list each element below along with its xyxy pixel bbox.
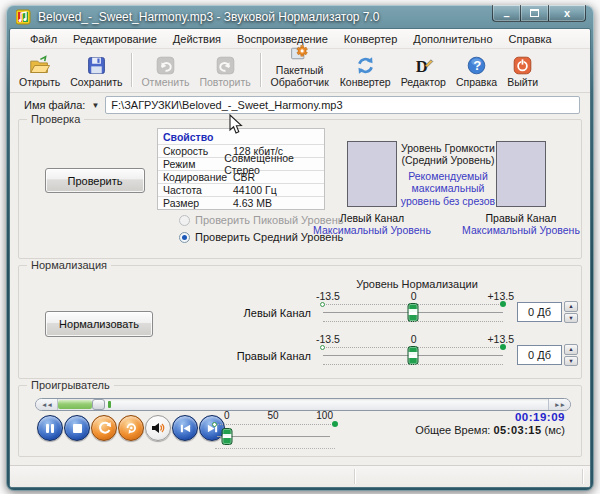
meter-title: Уровень Громкости (Средний Уровень) [397,142,499,167]
menu-file[interactable]: Файл [30,33,57,45]
spin-up-icon[interactable]: ▲ [564,301,578,312]
spin-up-icon[interactable]: ▲ [564,344,578,355]
total-time-label: Общее Время: [415,424,490,436]
right-slider-ticks-bottom [323,364,503,365]
status-bar [10,465,590,487]
converter-button[interactable]: Конвертер [335,54,396,89]
left-max-level-label: Максимальный Уровень [305,224,439,236]
table-row: Частота44100 Гц [158,183,324,196]
seek-thumb[interactable] [92,399,105,410]
left-db-input[interactable]: 0 Дб [517,302,562,322]
meter-hint: Рекомендуемый максимальный уровень без с… [397,170,499,207]
editor-button[interactable]: D Редактор [396,54,451,89]
spin-down-icon[interactable]: ▼ [564,356,578,367]
normalize-button[interactable]: Нормализовать [45,311,153,337]
normalization-section: Нормализация Нормализовать Уровень Норма… [18,265,582,379]
toolbar: Открыть Сохранить Отменить Повторить Пак… [10,49,590,93]
radio-checked-icon[interactable] [179,232,190,243]
time-display: 00:19:09 Общее Время: 05:03:15 (мс) [415,411,565,436]
previous-button[interactable] [172,415,198,441]
menu-converter[interactable]: Конвертер [344,33,397,45]
toolbar-separator [131,53,132,87]
save-floppy-icon [86,55,107,76]
left-channel-slider[interactable] [323,312,503,313]
spin-down-icon[interactable]: ▼ [564,313,578,324]
toolbar-separator [260,53,261,87]
app-window: Beloved_-_Sweet_Harmony.mp3 - Звуковой Н… [6,5,594,491]
player-buttons [37,415,225,441]
left-slider-scale: -13.50+13.5 [316,290,514,302]
range-end-icon [500,344,506,350]
app-icon [16,9,32,25]
range-end-icon [332,421,338,427]
volume-thumb[interactable] [222,428,233,445]
normalization-level-title: Уровень Нормализации [319,278,515,290]
seek-back-icon[interactable]: ◄◄ [36,399,58,410]
help-button[interactable]: ? Справка [451,54,502,89]
range-end-icon [500,301,506,307]
right-max-level-label: Максимальный Уровень [454,224,588,236]
close-button[interactable]: x [548,5,586,22]
open-button[interactable]: Открыть [14,54,65,89]
menu-help[interactable]: Справка [509,33,552,45]
maximize-button[interactable] [521,5,548,22]
batch-gear-icon [289,43,310,64]
minimize-button[interactable]: – [492,5,521,22]
menu-edit[interactable]: Редактирование [73,33,157,45]
left-slider-ticks-bottom [323,321,503,322]
file-name-input[interactable]: F:\ЗАГРУЗКИ\Beloved_-_Sweet_Harmony.mp3 [105,96,580,114]
normalization-section-label: Нормализация [27,259,111,271]
right-channel-meter [496,141,546,207]
table-row: Размер4.63 MB [158,196,324,209]
stop-button[interactable] [64,415,90,441]
seek-track[interactable] [58,399,548,410]
save-button[interactable]: Сохранить [65,54,127,89]
exit-button[interactable]: Выйти [502,54,543,89]
left-db-stepper: ▲ ▼ [564,301,578,323]
left-slider-label: Левый Канал [211,307,311,319]
current-time: 00:19:09 [415,411,565,423]
window-title: Beloved_-_Sweet_Harmony.mp3 - Звуковой Н… [38,10,380,24]
shuffle-icon [97,421,111,435]
exit-power-icon [512,55,533,76]
right-channel-slider[interactable] [323,355,503,356]
shuffle-button[interactable] [91,415,117,441]
right-slider-thumb[interactable] [408,346,419,365]
undo-button: Отменить [136,54,194,89]
range-start-icon [212,422,217,427]
status-divider [354,469,355,484]
batch-processor-button[interactable]: Пакетный Обработчик [265,42,335,89]
convert-arrows-icon [355,55,376,76]
right-db-input[interactable]: 0 Дб [517,345,562,365]
right-slider-label: Правый Канал [211,350,311,362]
volume-ticks [215,424,335,425]
mute-button[interactable] [145,415,171,441]
left-channel-label: Левый Канал [316,212,428,224]
range-start-icon [320,302,325,307]
repeat-button[interactable] [118,415,144,441]
menu-actions[interactable]: Действия [173,33,221,45]
svg-text:?: ? [473,58,481,73]
seek-position-mark [108,401,111,408]
player-section-label: Проигрыватель [27,379,114,391]
stop-icon [73,424,82,433]
maximize-icon [530,9,539,17]
client-area: Файл Редактирование Действия Воспроизвед… [10,29,590,487]
redo-button: Повторить [194,54,255,89]
check-button[interactable]: Проверить [45,168,145,193]
chevron-down-icon[interactable]: ▼ [91,101,99,110]
meter-title-block: Уровень Громкости (Средний Уровень) Реко… [397,142,499,207]
volume-slider[interactable] [217,436,330,437]
seek-forward-icon[interactable]: ►► [548,399,570,410]
status-divider [582,469,583,484]
left-slider-thumb[interactable] [408,303,419,322]
help-icon: ? [466,55,487,76]
pause-icon [46,424,49,433]
volume-ticks-bottom [215,448,335,449]
redo-icon [215,55,236,76]
titlebar[interactable]: Beloved_-_Sweet_Harmony.mp3 - Звуковой Н… [6,5,594,29]
menu-extra[interactable]: Дополнительно [413,33,492,45]
right-db-stepper: ▲ ▼ [564,344,578,366]
check-section-label: Проверка [27,113,84,125]
pause-button[interactable] [37,415,63,441]
